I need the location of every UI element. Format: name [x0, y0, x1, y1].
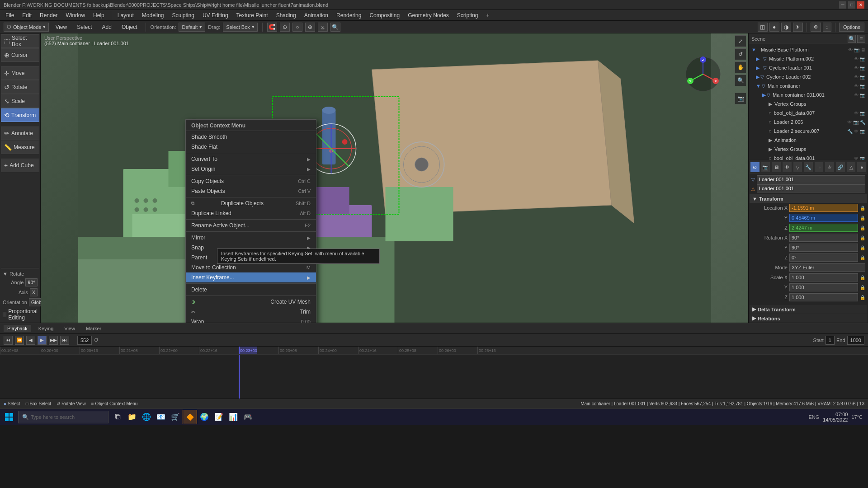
orbit-btn[interactable]: ↺: [735, 48, 746, 60]
snap-toggle[interactable]: 🧲: [267, 23, 277, 32]
proportional-btn[interactable]: ⊙: [280, 23, 290, 32]
ctx-mirror[interactable]: Mirror ▶: [186, 233, 316, 243]
menu-shading[interactable]: Shading: [273, 11, 300, 19]
rotation-z-value[interactable]: 0°: [789, 253, 858, 262]
taskbar-app-chrome[interactable]: 🌍: [197, 410, 212, 424]
view-tab[interactable]: View: [61, 325, 79, 332]
taskbar-search-box[interactable]: 🔍 Type here to search: [18, 411, 108, 423]
axis-dropdown[interactable]: X: [30, 288, 38, 296]
rotation-y-value[interactable]: 90°: [789, 244, 858, 252]
taskbar-app-word[interactable]: 📝: [212, 410, 226, 424]
menu-rendering[interactable]: Rendering: [333, 11, 365, 19]
taskbar-app-explorer[interactable]: 📁: [125, 410, 139, 424]
solid-btn[interactable]: ●: [769, 23, 779, 32]
minimize-button[interactable]: ─: [839, 1, 846, 9]
tool-rotate[interactable]: ↺ Rotate: [1, 80, 39, 94]
tool-scale[interactable]: ⤡ Scale: [1, 94, 39, 108]
mesh-name-input[interactable]: Loader 001.001: [757, 184, 865, 192]
transform-header[interactable]: ▼ Transform: [750, 195, 867, 203]
taskbar-app-mail[interactable]: 📧: [154, 410, 168, 424]
rotate-panel-header[interactable]: ▼ Rotate: [1, 270, 39, 277]
delta-transform-header[interactable]: ▶ Delta Transform: [750, 305, 867, 314]
ctx-copy-objects[interactable]: Copy Objects Ctrl C: [186, 176, 316, 186]
zoom-extent-btn[interactable]: ⤢: [735, 35, 746, 47]
ctx-insert-keyframe[interactable]: Insert Keyframe... ▶: [186, 272, 316, 282]
ctx-shade-smooth[interactable]: Shade Smooth: [186, 132, 316, 142]
relations-header[interactable]: ▶ Relations: [750, 314, 867, 323]
play-btn[interactable]: ▶: [38, 336, 47, 345]
camera-btn[interactable]: 📷: [735, 93, 746, 104]
outliner-item[interactable]: ▶ ▽ Missile Platform.002 👁 📷: [750, 54, 867, 63]
outliner-item[interactable]: ▶ ▽ Cyclone Loader 002 👁 📷: [750, 72, 867, 81]
location-y-value[interactable]: 0.45469 m: [789, 214, 858, 222]
ctx-duplicate[interactable]: ⧉ Duplicate Objects Shift D: [186, 198, 316, 208]
tool-select-box[interactable]: ⬚ Select Box: [1, 34, 39, 48]
tool-annotate[interactable]: ✏ Annotate: [1, 127, 39, 140]
angle-value[interactable]: 90°: [25, 278, 38, 286]
jump-start-btn[interactable]: ⏮: [4, 336, 13, 345]
gizmo-dropdown[interactable]: ↕: [823, 23, 832, 32]
props-tab-object[interactable]: ▽: [793, 162, 802, 172]
rot-z-lock[interactable]: 🔒: [860, 255, 865, 260]
menu-uv-editing[interactable]: UV Editing: [199, 11, 232, 19]
object-mode-dropdown[interactable]: ⬡ Object Mode ▾: [4, 23, 49, 32]
menu-sculpting[interactable]: Sculpting: [169, 11, 198, 19]
taskbar-app-excel[interactable]: 📊: [226, 410, 241, 424]
orientation-dropdown[interactable]: Default ▾: [179, 23, 205, 32]
viewport-view-menu[interactable]: View: [52, 23, 71, 31]
outliner-item[interactable]: ▼ ▽ Main contianer 👁 📷: [750, 81, 867, 90]
outliner-item[interactable]: ▶ ▽ Cyclone loader 001 👁 📷: [750, 63, 867, 72]
ctx-delete[interactable]: Delete: [186, 285, 316, 295]
mode-dropdown[interactable]: XYZ Euler: [789, 263, 865, 272]
proportional-connected[interactable]: ○: [292, 23, 302, 32]
taskbar-start-button[interactable]: [2, 410, 16, 424]
menu-modeling[interactable]: Modeling: [138, 11, 168, 19]
rotation-x-value[interactable]: 90°: [789, 234, 858, 242]
close-button[interactable]: ✕: [857, 1, 864, 9]
menu-compositing[interactable]: Compositing: [366, 11, 403, 19]
start-frame[interactable]: 1: [826, 336, 835, 345]
menu-layout[interactable]: Layout: [114, 11, 137, 19]
loc-x-lock[interactable]: 🔒: [860, 206, 865, 211]
outliner-item[interactable]: ○ bool_obj_data.001 👁 📷: [750, 154, 867, 160]
menu-help[interactable]: Help: [90, 11, 108, 19]
ctx-rename[interactable]: Rename Active Object... F2: [186, 221, 316, 230]
material-btn[interactable]: ◑: [781, 23, 791, 32]
outliner-item[interactable]: ▼ Missile Base Platform 👁 📷 🖥: [750, 45, 867, 54]
ctx-trim[interactable]: ✂ Trim: [186, 307, 316, 317]
rendered-btn[interactable]: ☀: [793, 23, 803, 32]
end-frame[interactable]: 1000: [847, 336, 864, 345]
task-view-btn[interactable]: ⧉: [110, 410, 125, 424]
object-name-input[interactable]: Loader 001.001: [757, 175, 865, 183]
loc-z-lock[interactable]: 🔒: [860, 225, 865, 230]
props-tab-view[interactable]: 👁: [783, 162, 792, 172]
scale-x-value[interactable]: 1.000: [789, 273, 858, 282]
taskbar-app-steam[interactable]: 🎮: [241, 410, 255, 424]
pan-btn[interactable]: ✋: [735, 61, 746, 73]
drag-dropdown[interactable]: Select Box ▾: [223, 23, 258, 32]
scale-z-value[interactable]: 1.000: [789, 293, 858, 301]
props-tab-physics[interactable]: ⚛: [825, 162, 834, 172]
tool-add-cube[interactable]: + Add Cube: [1, 159, 39, 172]
3d-viewport[interactable]: User Perspective (552) Main contianer | …: [41, 33, 748, 323]
menu-scripting[interactable]: Scripting: [453, 11, 482, 19]
ctx-shade-flat[interactable]: Shade Flat: [186, 142, 316, 152]
props-tab-material[interactable]: ●: [857, 162, 866, 172]
scale-y-value[interactable]: 1.000: [789, 283, 858, 291]
zoom-btn[interactable]: 🔍: [735, 75, 746, 86]
props-tab-modifier[interactable]: 🔧: [804, 162, 813, 172]
step-back-btn[interactable]: ⏪: [15, 336, 24, 345]
tool-cursor[interactable]: ⊕ Cursor: [1, 48, 39, 62]
props-tab-constraints[interactable]: 🔗: [836, 162, 845, 172]
outliner-item[interactable]: ○ bool_obj_data.007 👁 📷: [750, 108, 867, 117]
menu-render[interactable]: Render: [36, 11, 61, 19]
ctx-move-collection[interactable]: Move to Collection M: [186, 263, 316, 272]
viewport-object-menu[interactable]: Object: [118, 23, 141, 31]
props-tab-output[interactable]: 🖥: [772, 162, 781, 172]
props-tab-render[interactable]: 📷: [761, 162, 770, 172]
outliner-search[interactable]: 🔍: [848, 35, 856, 43]
play-forward-btn[interactable]: ▶▶: [49, 336, 58, 345]
ctx-create-uv[interactable]: ⊕ Create UV Mesh: [186, 297, 316, 307]
outliner-filter[interactable]: ≡: [857, 35, 865, 43]
tool-move[interactable]: ✛ Move: [1, 66, 39, 80]
